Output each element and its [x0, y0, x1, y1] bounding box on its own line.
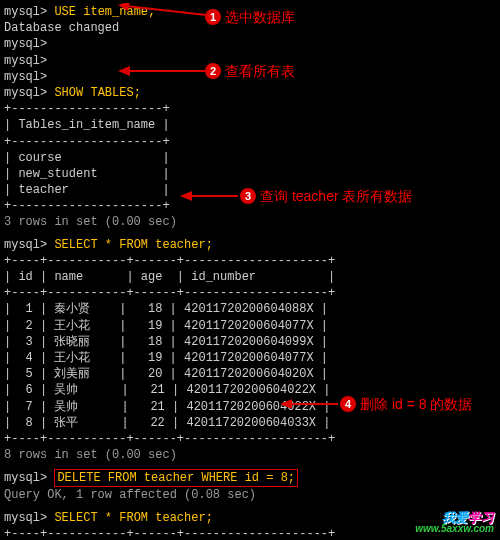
annotation-badge: 3 [240, 188, 256, 204]
table-row: | 1 | 秦小贤 | 18 | 42011720200604088X | [4, 301, 496, 317]
table-sep: +----+-----------+------+---------------… [4, 285, 496, 301]
annotation: 3 查询 teacher 表所有数据 [240, 187, 412, 206]
line: 8 rows in set (0.00 sec) [4, 447, 496, 463]
annotation-text: 选中数据库 [225, 8, 295, 27]
table-header: | id | name | age | id_number | [4, 269, 496, 285]
table-row: | 3 | 张晓丽 | 18 | 42011720200604099X | [4, 334, 496, 350]
annotation-badge: 2 [205, 63, 221, 79]
annotation-text: 删除 id = 8 的数据 [360, 395, 472, 414]
annotation: 2 查看所有表 [205, 62, 295, 81]
table-sep: +---------------------+ [4, 101, 496, 117]
line: mysql> SHOW TABLES; [4, 85, 496, 101]
table-sep: +---------------------+ [4, 134, 496, 150]
table-row: | 2 | 王小花 | 19 | 42011720200604077X | [4, 318, 496, 334]
highlighted-command: DELETE FROM teacher WHERE id = 8; [54, 469, 298, 487]
annotation: 4 删除 id = 8 的数据 [340, 395, 472, 414]
annotation-text: 查询 teacher 表所有数据 [260, 187, 412, 206]
table-row: | course | [4, 150, 496, 166]
line: 3 rows in set (0.00 sec) [4, 214, 496, 230]
table-row: | 4 | 王小花 | 19 | 42011720200604077X | [4, 350, 496, 366]
table-sep: +----+-----------+------+---------------… [4, 253, 496, 269]
line: mysql> [4, 36, 496, 52]
annotation-text: 查看所有表 [225, 62, 295, 81]
table-row: | new_student | [4, 166, 496, 182]
annotation: 1 选中数据库 [205, 8, 295, 27]
annotation-badge: 1 [205, 9, 221, 25]
table-sep: +----+-----------+------+---------------… [4, 431, 496, 447]
table-header: | Tables_in_item_name | [4, 117, 496, 133]
table-row: | 8 | 张平 | 22 | 42011720200604033X | [4, 415, 496, 431]
watermark: 我爱学习 www.5axxw.com [415, 511, 494, 534]
line: Query OK, 1 row affected (0.08 sec) [4, 487, 496, 503]
table-row: | 5 | 刘美丽 | 20 | 42011720200604020X | [4, 366, 496, 382]
annotation-badge: 4 [340, 396, 356, 412]
terminal[interactable]: mysql> USE item_name; Database changed m… [4, 4, 496, 540]
line: mysql> SELECT * FROM teacher; [4, 237, 496, 253]
line: mysql> DELETE FROM teacher WHERE id = 8; [4, 469, 496, 487]
